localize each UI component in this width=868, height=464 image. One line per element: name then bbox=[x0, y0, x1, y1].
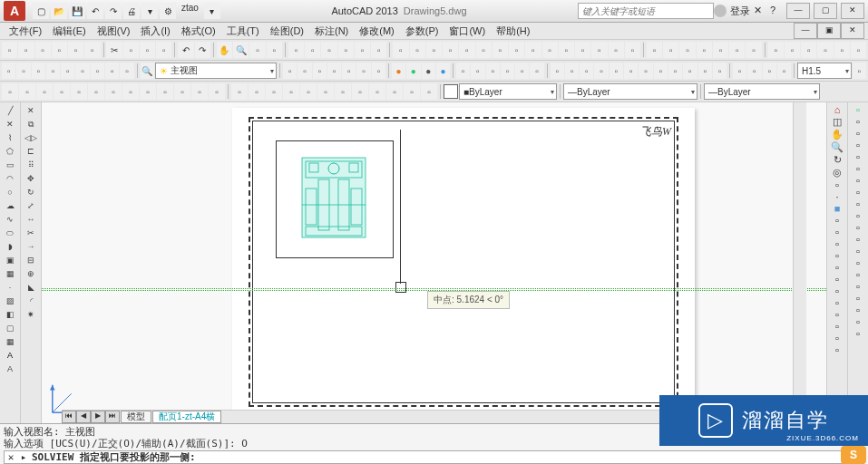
o1-icon[interactable]: ▫ bbox=[551, 63, 564, 79]
redo-icon[interactable]: ↷ bbox=[105, 3, 122, 19]
cut-icon[interactable]: ✂ bbox=[106, 42, 122, 58]
mod6-icon[interactable]: ▫ bbox=[729, 42, 745, 58]
menu-file[interactable]: 文件(F) bbox=[4, 24, 47, 38]
tab-prev-button[interactable]: ◀ bbox=[76, 411, 91, 423]
region-icon[interactable]: ▢ bbox=[3, 322, 17, 334]
dsgnctr-icon[interactable]: ▫ bbox=[305, 42, 320, 58]
mod1-icon[interactable]: ▫ bbox=[647, 42, 662, 58]
layer-iso-icon[interactable]: ▫ bbox=[61, 63, 74, 79]
nav-orbit-icon[interactable]: ↻ bbox=[834, 154, 842, 166]
arc-icon[interactable]: ◠ bbox=[3, 172, 17, 185]
cl3-icon[interactable]: ▫ bbox=[763, 63, 776, 79]
layer-filter-icon[interactable]: 🔍 bbox=[141, 63, 154, 79]
v7-icon[interactable]: ▫ bbox=[372, 63, 385, 79]
vs4-icon[interactable]: ● bbox=[436, 63, 450, 79]
stretch-icon[interactable]: ↔ bbox=[24, 213, 38, 226]
vp3-icon[interactable]: ▫ bbox=[801, 42, 816, 58]
tbl7-icon[interactable]: ▫ bbox=[835, 274, 839, 285]
nav-cube-icon[interactable]: ◫ bbox=[833, 116, 842, 128]
erase-icon[interactable]: ✕ bbox=[24, 104, 38, 117]
app-logo[interactable]: A bbox=[4, 1, 25, 21]
ucs12-icon[interactable]: ▫ bbox=[421, 83, 437, 100]
solid3-icon[interactable]: ▫ bbox=[856, 128, 860, 139]
solid19-icon[interactable]: ▫ bbox=[856, 316, 860, 327]
vp6-icon[interactable]: ▫ bbox=[851, 42, 866, 58]
dim14-icon[interactable]: ▫ bbox=[609, 42, 624, 58]
markup-icon[interactable]: ▫ bbox=[355, 42, 370, 58]
dim8-icon[interactable]: ▫ bbox=[509, 42, 524, 58]
nav-show-icon[interactable]: ▫ bbox=[835, 179, 839, 190]
tab-last-button[interactable]: ⏭ bbox=[105, 411, 120, 423]
solid7-icon[interactable]: ▫ bbox=[856, 175, 860, 186]
o9-icon[interactable]: ▫ bbox=[668, 63, 682, 79]
dim7-icon[interactable]: ▫ bbox=[493, 42, 508, 58]
dim9-icon[interactable]: ▫ bbox=[525, 42, 541, 58]
layer-lock-icon[interactable]: ▫ bbox=[32, 63, 45, 79]
tbl4-icon[interactable]: ▫ bbox=[835, 238, 839, 249]
open-icon[interactable]: ▫ bbox=[18, 42, 34, 58]
command-expand-icon[interactable]: ✕ bbox=[5, 451, 17, 463]
solid4-icon[interactable]: ▫ bbox=[856, 140, 860, 150]
o8-icon[interactable]: ▫ bbox=[654, 63, 668, 79]
doc-restore-button[interactable]: ▣ bbox=[817, 23, 841, 39]
tab-first-button[interactable]: ⏮ bbox=[62, 411, 76, 423]
array-icon[interactable]: ⠿ bbox=[24, 159, 38, 171]
undo-icon[interactable]: ↶ bbox=[178, 42, 193, 58]
extend-icon[interactable]: → bbox=[24, 240, 38, 253]
v2-icon[interactable]: ▫ bbox=[297, 63, 311, 79]
o6-icon[interactable]: ▫ bbox=[624, 63, 638, 79]
rotate-icon[interactable]: ↻ bbox=[24, 186, 38, 198]
layer-match-icon[interactable]: ▫ bbox=[75, 63, 89, 79]
new-icon[interactable]: ▢ bbox=[33, 3, 49, 19]
point-icon[interactable]: · bbox=[3, 281, 17, 294]
xline-icon[interactable]: ✕ bbox=[3, 118, 17, 130]
arrow-icon[interactable]: ▾ bbox=[141, 3, 158, 19]
tbl2-icon[interactable]: ▫ bbox=[835, 215, 839, 226]
solid16-icon[interactable]: ▫ bbox=[856, 281, 860, 292]
props-icon[interactable]: ▫ bbox=[288, 42, 304, 58]
p12-icon[interactable]: ▫ bbox=[191, 83, 208, 100]
solid18-icon[interactable]: ▫ bbox=[856, 304, 860, 315]
vp5-icon[interactable]: ▫ bbox=[834, 42, 850, 58]
polygon-icon[interactable]: ⬠ bbox=[3, 145, 17, 158]
dim4-icon[interactable]: ▫ bbox=[443, 42, 458, 58]
ucs1-icon[interactable]: ▫ bbox=[231, 83, 248, 100]
sheet-icon[interactable]: ▫ bbox=[338, 42, 354, 58]
vs1-icon[interactable]: ● bbox=[392, 63, 405, 79]
login-link[interactable]: 登录 bbox=[730, 5, 750, 18]
menu-tools[interactable]: 工具(T) bbox=[221, 24, 265, 38]
menu-help[interactable]: 帮助(H) bbox=[491, 24, 535, 38]
zoom-prev-icon[interactable]: ▫ bbox=[267, 42, 282, 58]
menu-insert[interactable]: 插入(I) bbox=[135, 24, 175, 38]
linetype-dropdown[interactable]: — ByLayer bbox=[563, 83, 697, 100]
menu-param[interactable]: 参数(P) bbox=[400, 24, 444, 38]
solid13-icon[interactable]: ▫ bbox=[856, 246, 860, 256]
color-swatch[interactable] bbox=[444, 84, 458, 99]
ucs6-icon[interactable]: ▫ bbox=[317, 83, 334, 100]
save-icon[interactable]: 💾 bbox=[69, 3, 85, 19]
drawing-canvas[interactable]: 飞鸟W 中点: 5.1624 < 0 bbox=[42, 102, 826, 423]
calc-icon[interactable]: ▫ bbox=[371, 42, 386, 58]
o10-icon[interactable]: ▫ bbox=[683, 63, 697, 79]
layer-dropdown[interactable]: ☀ 主视图 bbox=[155, 63, 277, 79]
ucs5-icon[interactable]: ▫ bbox=[300, 83, 317, 100]
solid12-icon[interactable]: ▫ bbox=[856, 234, 860, 245]
tbl10-icon[interactable]: ▫ bbox=[835, 309, 839, 320]
dim10-icon[interactable]: ▫ bbox=[542, 42, 558, 58]
o3-icon[interactable]: ▫ bbox=[580, 63, 593, 79]
mod7-icon[interactable]: ▫ bbox=[746, 42, 761, 58]
dim2-icon[interactable]: ▫ bbox=[410, 42, 425, 58]
p4-icon[interactable]: ▫ bbox=[54, 83, 70, 100]
maximize-button[interactable]: ▢ bbox=[814, 3, 837, 19]
mtext-icon[interactable]: A bbox=[3, 362, 17, 375]
break-icon[interactable]: ⊟ bbox=[24, 254, 38, 266]
rect-icon[interactable]: ▭ bbox=[3, 159, 17, 171]
pline-icon[interactable]: ⌇ bbox=[3, 131, 17, 144]
o2-icon[interactable]: ▫ bbox=[565, 63, 579, 79]
solid2-icon[interactable]: ▫ bbox=[856, 116, 860, 127]
r3-icon[interactable]: ▫ bbox=[486, 63, 500, 79]
o11-icon[interactable]: ▫ bbox=[698, 63, 712, 79]
user-avatar-icon[interactable] bbox=[714, 5, 727, 17]
vs3-icon[interactable]: ● bbox=[422, 63, 435, 79]
doc-close-button[interactable]: ✕ bbox=[841, 23, 864, 39]
